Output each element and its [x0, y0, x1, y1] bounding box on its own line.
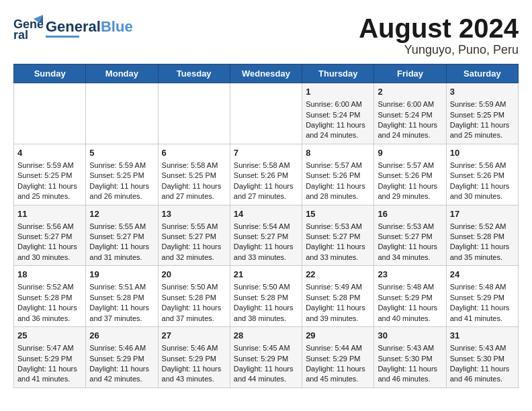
table-row: 29Sunrise: 5:44 AMSunset: 5:29 PMDayligh…	[302, 327, 374, 388]
daylight-text: Daylight: 11 hours and 24 minutes.	[378, 120, 442, 141]
daylight-text: Daylight: 11 hours and 25 minutes.	[450, 120, 515, 141]
sunset-text: Sunset: 5:27 PM	[17, 232, 82, 242]
day-number: 14	[234, 208, 298, 220]
col-wednesday: Wednesday	[230, 64, 302, 83]
logo-general: General	[46, 18, 101, 35]
sunrise-text: Sunrise: 5:50 AM	[234, 282, 298, 292]
table-row: 16Sunrise: 5:53 AMSunset: 5:27 PMDayligh…	[374, 205, 446, 266]
sunset-text: Sunset: 5:27 PM	[378, 232, 442, 242]
table-row: 23Sunrise: 5:48 AMSunset: 5:29 PMDayligh…	[374, 266, 446, 327]
sunrise-text: Sunrise: 5:57 AM	[378, 161, 442, 171]
sunset-text: Sunset: 5:30 PM	[450, 354, 515, 364]
month-title: August 2024	[359, 13, 519, 43]
sunset-text: Sunset: 5:29 PM	[89, 354, 154, 364]
sunrise-text: Sunrise: 5:47 AM	[17, 343, 82, 353]
table-row: 28Sunrise: 5:45 AMSunset: 5:29 PMDayligh…	[230, 327, 302, 388]
sunrise-text: Sunrise: 5:52 AM	[17, 282, 82, 292]
table-row: 14Sunrise: 5:54 AMSunset: 5:27 PMDayligh…	[230, 205, 302, 266]
table-row: 25Sunrise: 5:47 AMSunset: 5:29 PMDayligh…	[14, 327, 86, 388]
day-number: 16	[378, 208, 442, 220]
table-row: 22Sunrise: 5:49 AMSunset: 5:28 PMDayligh…	[302, 266, 374, 327]
table-row: 17Sunrise: 5:52 AMSunset: 5:28 PMDayligh…	[446, 205, 518, 266]
day-number: 18	[17, 269, 82, 281]
day-number: 29	[306, 330, 370, 342]
sunset-text: Sunset: 5:27 PM	[89, 232, 154, 242]
day-number: 31	[450, 330, 515, 342]
sunset-text: Sunset: 5:28 PM	[234, 293, 298, 303]
day-number: 6	[162, 147, 226, 159]
daylight-text: Daylight: 11 hours and 35 minutes.	[450, 242, 515, 263]
sunrise-text: Sunrise: 5:50 AM	[162, 282, 226, 292]
daylight-text: Daylight: 11 hours and 36 minutes.	[17, 303, 82, 324]
sunset-text: Sunset: 5:30 PM	[378, 354, 442, 364]
daylight-text: Daylight: 11 hours and 44 minutes.	[234, 364, 298, 385]
sunset-text: Sunset: 5:28 PM	[17, 293, 82, 303]
sunset-text: Sunset: 5:25 PM	[17, 171, 82, 181]
location-title: Yunguyo, Puno, Peru	[359, 43, 519, 57]
daylight-text: Daylight: 11 hours and 29 minutes.	[378, 181, 442, 202]
daylight-text: Daylight: 11 hours and 42 minutes.	[89, 364, 154, 385]
day-number: 3	[450, 86, 515, 98]
daylight-text: Daylight: 11 hours and 32 minutes.	[162, 242, 226, 263]
sunset-text: Sunset: 5:26 PM	[306, 171, 370, 181]
sunrise-text: Sunrise: 5:46 AM	[89, 343, 154, 353]
col-sunday: Sunday	[14, 64, 86, 83]
sunrise-text: Sunrise: 5:44 AM	[306, 343, 370, 353]
col-monday: Monday	[86, 64, 158, 83]
sunset-text: Sunset: 5:29 PM	[17, 354, 82, 364]
sunrise-text: Sunrise: 5:48 AM	[450, 282, 515, 292]
table-row: 10Sunrise: 5:56 AMSunset: 5:26 PMDayligh…	[446, 144, 518, 205]
table-row: 31Sunrise: 5:43 AMSunset: 5:30 PMDayligh…	[446, 327, 518, 388]
sunrise-text: Sunrise: 5:46 AM	[162, 343, 226, 353]
sunrise-text: Sunrise: 5:43 AM	[450, 343, 515, 353]
logo-icon: Gene ral	[13, 13, 43, 43]
daylight-text: Daylight: 11 hours and 30 minutes.	[17, 242, 82, 263]
daylight-text: Daylight: 11 hours and 39 minutes.	[306, 303, 370, 324]
sunset-text: Sunset: 5:28 PM	[306, 293, 370, 303]
table-row: 15Sunrise: 5:53 AMSunset: 5:27 PMDayligh…	[302, 205, 374, 266]
calendar-table: Sunday Monday Tuesday Wednesday Thursday…	[13, 64, 519, 388]
day-number: 30	[378, 330, 442, 342]
sunrise-text: Sunrise: 5:55 AM	[89, 222, 154, 232]
table-row: 11Sunrise: 5:56 AMSunset: 5:27 PMDayligh…	[14, 205, 86, 266]
sunrise-text: Sunrise: 5:54 AM	[234, 222, 298, 232]
daylight-text: Daylight: 11 hours and 27 minutes.	[162, 181, 226, 202]
daylight-text: Daylight: 11 hours and 33 minutes.	[306, 242, 370, 263]
sunrise-text: Sunrise: 5:53 AM	[306, 222, 370, 232]
daylight-text: Daylight: 11 hours and 31 minutes.	[89, 242, 154, 263]
table-row: 26Sunrise: 5:46 AMSunset: 5:29 PMDayligh…	[86, 327, 158, 388]
sunset-text: Sunset: 5:27 PM	[306, 232, 370, 242]
calendar-week-row: 1Sunrise: 6:00 AMSunset: 5:24 PMDaylight…	[14, 83, 519, 144]
table-row: 13Sunrise: 5:55 AMSunset: 5:27 PMDayligh…	[158, 205, 230, 266]
daylight-text: Daylight: 11 hours and 27 minutes.	[234, 181, 298, 202]
table-row: 3Sunrise: 5:59 AMSunset: 5:25 PMDaylight…	[446, 83, 518, 144]
title-block: August 2024 Yunguyo, Puno, Peru	[359, 13, 519, 57]
day-number: 1	[306, 86, 370, 98]
day-number: 20	[162, 269, 226, 281]
table-row: 21Sunrise: 5:50 AMSunset: 5:28 PMDayligh…	[230, 266, 302, 327]
day-number: 7	[234, 147, 298, 159]
sunrise-text: Sunrise: 5:43 AM	[378, 343, 442, 353]
table-row: 9Sunrise: 5:57 AMSunset: 5:26 PMDaylight…	[374, 144, 446, 205]
sunset-text: Sunset: 5:29 PM	[162, 354, 226, 364]
table-row	[158, 83, 230, 144]
daylight-text: Daylight: 11 hours and 43 minutes.	[162, 364, 226, 385]
day-number: 25	[17, 330, 82, 342]
table-row: 1Sunrise: 6:00 AMSunset: 5:24 PMDaylight…	[302, 83, 374, 144]
day-number: 28	[234, 330, 298, 342]
day-number: 11	[17, 208, 82, 220]
calendar-week-row: 4Sunrise: 5:59 AMSunset: 5:25 PMDaylight…	[14, 144, 519, 205]
day-number: 17	[450, 208, 515, 220]
table-row: 18Sunrise: 5:52 AMSunset: 5:28 PMDayligh…	[14, 266, 86, 327]
sunrise-text: Sunrise: 5:59 AM	[89, 161, 154, 171]
page-header: Gene ral GeneralBlue August 2024 Yunguyo…	[13, 13, 519, 57]
col-thursday: Thursday	[302, 64, 374, 83]
sunrise-text: Sunrise: 5:59 AM	[450, 99, 515, 109]
table-row: 12Sunrise: 5:55 AMSunset: 5:27 PMDayligh…	[86, 205, 158, 266]
day-number: 2	[378, 86, 442, 98]
table-row	[230, 83, 302, 144]
calendar-week-row: 25Sunrise: 5:47 AMSunset: 5:29 PMDayligh…	[14, 327, 519, 388]
sunset-text: Sunset: 5:27 PM	[162, 232, 226, 242]
day-number: 23	[378, 269, 442, 281]
table-row: 8Sunrise: 5:57 AMSunset: 5:26 PMDaylight…	[302, 144, 374, 205]
